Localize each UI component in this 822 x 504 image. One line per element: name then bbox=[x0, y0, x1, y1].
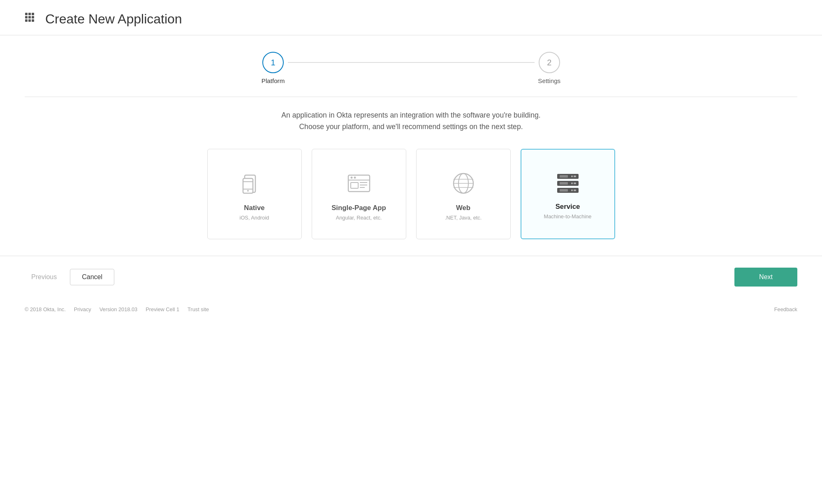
native-icon bbox=[242, 171, 267, 196]
svg-rect-4 bbox=[28, 16, 31, 18]
next-button[interactable]: Next bbox=[734, 268, 797, 287]
step-2-label: Settings bbox=[538, 77, 560, 84]
footer-feedback-link[interactable]: Feedback bbox=[774, 306, 797, 312]
cancel-button[interactable]: Cancel bbox=[70, 269, 114, 285]
spa-icon bbox=[347, 171, 371, 196]
step-connector bbox=[288, 62, 535, 63]
svg-rect-38 bbox=[571, 190, 573, 191]
svg-rect-5 bbox=[32, 16, 34, 18]
svg-rect-34 bbox=[571, 183, 573, 184]
service-card-name: Service bbox=[556, 203, 580, 211]
page-title: Create New Application bbox=[45, 12, 182, 27]
stepper-divider bbox=[25, 97, 797, 97]
stepper-section: 1 Platform 2 Settings bbox=[0, 35, 822, 97]
step-1: 1 Platform bbox=[262, 52, 285, 84]
svg-rect-30 bbox=[571, 176, 573, 177]
svg-rect-8 bbox=[32, 19, 34, 22]
platform-card-web[interactable]: Web .NET, Java, etc. bbox=[416, 149, 511, 239]
svg-point-16 bbox=[350, 176, 352, 178]
web-icon bbox=[451, 171, 476, 196]
svg-rect-37 bbox=[574, 190, 576, 191]
svg-rect-29 bbox=[574, 176, 576, 177]
svg-rect-0 bbox=[25, 13, 28, 15]
footer-left: © 2018 Okta, Inc. Privacy Version 2018.0… bbox=[25, 306, 209, 312]
platform-card-spa[interactable]: Single-Page App Angular, React, etc. bbox=[312, 149, 406, 239]
platform-cards: Native iOS, Android Single-Page App Angu… bbox=[0, 149, 822, 239]
spa-card-sub: Angular, React, etc. bbox=[336, 215, 382, 221]
step-2-circle: 2 bbox=[539, 52, 560, 73]
page-header: Create New Application bbox=[0, 0, 822, 35]
svg-rect-18 bbox=[351, 183, 358, 188]
svg-rect-32 bbox=[560, 182, 568, 185]
platform-description: An application in Okta represents an int… bbox=[25, 109, 797, 132]
svg-rect-7 bbox=[28, 19, 31, 22]
spa-card-name: Single-Page App bbox=[331, 204, 386, 212]
page-footer: © 2018 Okta, Inc. Privacy Version 2018.0… bbox=[0, 298, 822, 321]
stepper: 1 Platform 2 Settings bbox=[25, 52, 797, 84]
platform-card-native[interactable]: Native iOS, Android bbox=[207, 149, 302, 239]
svg-rect-33 bbox=[574, 183, 576, 184]
platform-card-service[interactable]: Service Machine-to-Machine bbox=[521, 149, 615, 239]
footer-copyright: © 2018 Okta, Inc. bbox=[25, 306, 66, 312]
svg-rect-2 bbox=[32, 13, 34, 15]
svg-rect-28 bbox=[560, 175, 568, 178]
step-1-label: Platform bbox=[262, 77, 285, 84]
svg-rect-6 bbox=[25, 19, 28, 22]
native-card-name: Native bbox=[244, 204, 264, 212]
step-2: 2 Settings bbox=[538, 52, 560, 84]
svg-rect-1 bbox=[28, 13, 31, 15]
step-1-circle: 1 bbox=[262, 52, 284, 73]
footer-trust-site-link[interactable]: Trust site bbox=[188, 306, 209, 312]
footer-version: Version 2018.03 bbox=[100, 306, 138, 312]
grid-icon bbox=[25, 12, 39, 26]
web-card-sub: .NET, Java, etc. bbox=[445, 215, 482, 221]
previous-button[interactable]: Previous bbox=[25, 269, 63, 285]
native-card-sub: iOS, Android bbox=[240, 215, 269, 221]
action-left: Previous Cancel bbox=[25, 269, 114, 285]
service-card-sub: Machine-to-Machine bbox=[544, 213, 592, 220]
web-card-name: Web bbox=[456, 204, 470, 212]
svg-rect-36 bbox=[560, 189, 568, 192]
service-icon bbox=[556, 172, 580, 194]
svg-point-17 bbox=[354, 176, 356, 178]
footer-preview-cell-link[interactable]: Preview Cell 1 bbox=[146, 306, 179, 312]
svg-point-13 bbox=[247, 190, 249, 192]
svg-rect-3 bbox=[25, 16, 28, 18]
action-bar: Previous Cancel Next bbox=[0, 256, 822, 298]
footer-privacy-link[interactable]: Privacy bbox=[74, 306, 91, 312]
